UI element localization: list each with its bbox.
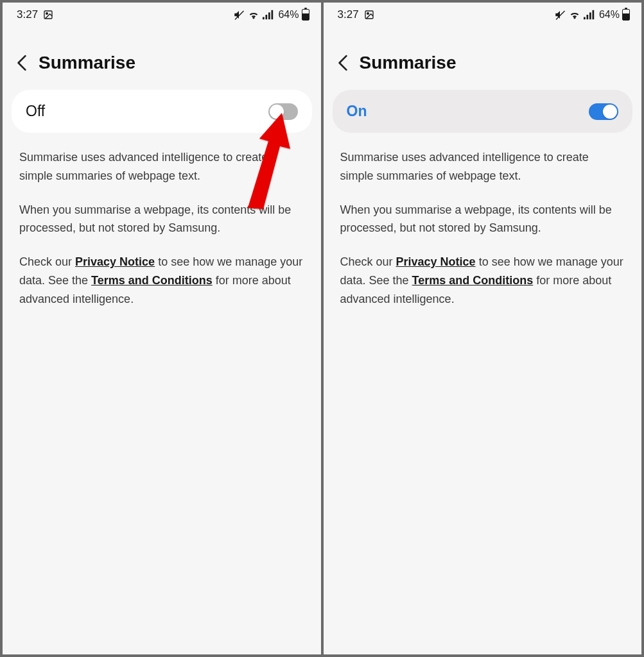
signal-icon [263,10,274,20]
svg-rect-4 [266,15,268,19]
summarise-toggle-card[interactable]: On [333,90,633,133]
svg-rect-13 [589,12,591,19]
terms-link[interactable]: Terms and Conditions [91,274,213,287]
desc-para-3: Check our Privacy Notice to see how we m… [340,253,625,308]
signal-icon [584,10,595,20]
description-block: Summarise uses advanced intelligence to … [3,133,321,324]
desc-para-1: Summarise uses advanced intelligence to … [340,148,625,185]
privacy-notice-link[interactable]: Privacy Notice [75,255,155,268]
status-bar: 3:27 64% [3,3,321,27]
page-title: Summarise [39,53,135,73]
privacy-notice-link[interactable]: Privacy Notice [396,255,476,268]
status-left: 3:27 [17,8,53,21]
back-icon[interactable] [17,55,27,71]
svg-rect-6 [272,10,274,19]
toggle-label: Off [26,103,45,120]
phone-screenshot-on: 3:27 64% Summarise On Summarise uses adv… [324,3,642,654]
mute-icon [233,9,245,21]
status-time: 3:27 [17,8,38,21]
toggle-label: On [347,103,367,120]
svg-point-9 [367,13,369,15]
battery-percent: 64% [278,9,299,21]
svg-rect-11 [584,17,586,20]
summarise-toggle-switch[interactable] [268,103,298,120]
wifi-icon [247,10,260,20]
image-icon [43,10,53,20]
page-header: Summarise [324,27,642,90]
desc-para-2: When you summarise a webpage, its conten… [19,201,304,238]
phone-screenshot-off: 3:27 64% Summarise Off Summarise uses ad… [3,3,321,654]
desc-para-3: Check our Privacy Notice to see how we m… [19,253,304,308]
page-title: Summarise [360,53,457,73]
image-icon [364,10,374,20]
svg-rect-5 [268,12,270,19]
battery-icon [622,9,630,21]
summarise-toggle-switch[interactable] [589,103,618,120]
status-right: 64% [233,9,309,21]
status-left: 3:27 [338,8,374,21]
wifi-icon [568,10,581,20]
summarise-toggle-card[interactable]: Off [12,90,312,133]
mute-icon [554,9,566,21]
svg-point-1 [46,13,48,15]
status-bar: 3:27 64% [324,3,642,27]
battery-percent: 64% [599,9,620,21]
desc-para-1: Summarise uses advanced intelligence to … [19,148,304,185]
description-block: Summarise uses advanced intelligence to … [324,133,642,324]
svg-rect-3 [263,17,265,20]
desc-para-2: When you summarise a webpage, its conten… [340,201,625,238]
svg-rect-14 [592,10,594,19]
page-header: Summarise [3,27,321,90]
status-time: 3:27 [338,8,359,21]
status-right: 64% [554,9,630,21]
svg-rect-12 [586,15,588,19]
battery-icon [302,9,309,21]
terms-link[interactable]: Terms and Conditions [412,274,534,287]
back-icon[interactable] [338,55,348,71]
